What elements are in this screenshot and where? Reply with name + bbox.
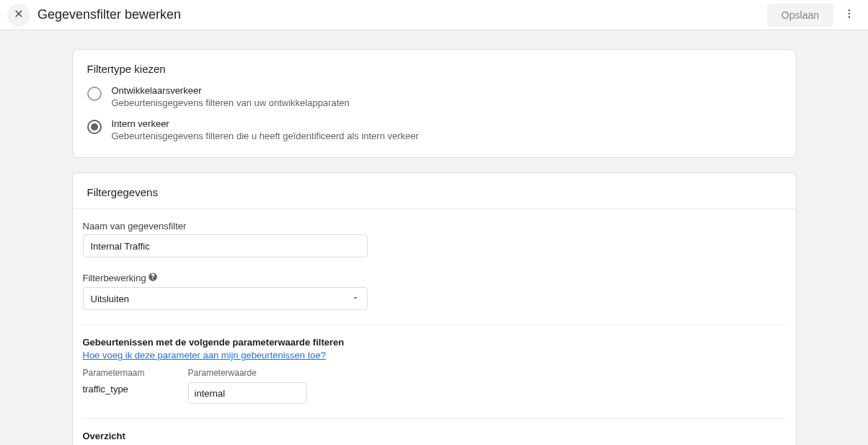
header-left: Gegevensfilter bewerken [7,4,181,27]
option-description: Gebeurtenisgegevens filteren van uw ontw… [112,97,350,108]
radio-icon [87,120,102,134]
filter-operation-value: Uitsluiten [91,294,129,304]
help-link[interactable]: Hoe voeg ik deze parameter aan mijn gebe… [83,350,327,361]
filter-type-card: Filtertype kiezen Ontwikkelaarsverkeer G… [72,49,797,158]
svg-point-2 [849,16,851,18]
parameter-row: Parameternaam traffic_type Parameterwaar… [83,368,786,404]
svg-point-1 [849,13,851,15]
event-filter-title: Gebeurtenissen met de volgende parameter… [83,337,786,348]
more-button[interactable] [839,5,859,25]
header: Gegevensfilter bewerken Opslaan [0,0,868,30]
filter-name-field: Naam van gegevensfilter [83,221,786,257]
parameter-value-input[interactable] [188,382,307,404]
option-label: Ontwikkelaarsverkeer [112,85,350,96]
radio-option-internal-traffic[interactable]: Intern verkeer Gebeurtenisgegevens filte… [87,118,781,141]
save-button[interactable]: Opslaan [767,4,833,27]
header-right: Opslaan [767,4,859,27]
svg-point-0 [849,9,851,12]
parameter-name-column: Parameternaam traffic_type [83,368,145,395]
radio-option-developer-traffic[interactable]: Ontwikkelaarsverkeer Gebeurtenisgegevens… [87,85,781,108]
option-description: Gebeurtenisgegevens filteren die u heeft… [112,131,419,141]
divider [83,325,786,325]
close-icon [13,8,25,22]
event-filter-section: Gebeurtenissen met de volgende parameter… [83,337,786,404]
overview-section: Overzicht Gebeurtenissen uitsluiten waar… [83,431,786,445]
page-title: Gegevensfilter bewerken [37,7,181,22]
radio-text: Ontwikkelaarsverkeer Gebeurtenisgegevens… [112,85,350,108]
filter-operation-label-text: Filterbewerking [83,273,146,283]
divider [83,418,786,419]
parameter-name-value: traffic_type [83,384,145,395]
filter-operation-field: Filterbewerking Uitsluiten [83,272,786,310]
overview-title: Overzicht [83,431,786,441]
page-content: Filtertype kiezen Ontwikkelaarsverkeer G… [72,49,797,445]
close-button[interactable] [7,4,30,27]
option-label: Intern verkeer [112,118,419,129]
parameter-value-column: Parameterwaarde [188,368,307,404]
filter-name-label: Naam van gegevensfilter [83,221,786,232]
parameter-value-header: Parameterwaarde [188,368,307,378]
filter-operation-label: Filterbewerking [83,272,786,284]
radio-text: Intern verkeer Gebeurtenisgegevens filte… [112,118,419,141]
radio-icon [87,87,102,101]
filter-name-input[interactable] [83,234,368,257]
filter-details-card: Filtergegevens Naam van gegevensfilter F… [72,172,797,445]
help-icon [148,272,158,284]
parameter-name-header: Parameternaam [83,368,145,378]
filter-operation-select[interactable]: Uitsluiten [83,287,368,310]
chevron-down-icon [351,294,360,304]
filter-details-body: Naam van gegevensfilter Filterbewerking … [73,209,796,445]
more-vert-icon [843,8,855,22]
filter-details-title: Filtergegevens [73,173,796,209]
filter-type-title: Filtertype kiezen [87,63,781,75]
